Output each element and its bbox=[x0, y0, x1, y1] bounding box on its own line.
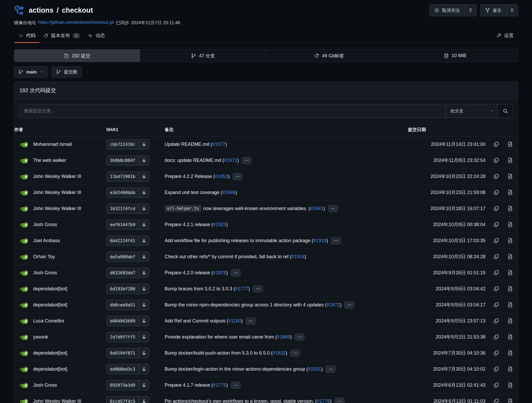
issue-link[interactable]: #1869 bbox=[277, 334, 290, 340]
commit-sha-badge[interactable]: 3b9b8c884f bbox=[106, 155, 149, 166]
watchers-count[interactable]: 2 bbox=[464, 4, 476, 16]
issue-link[interactable]: #1832 bbox=[272, 350, 286, 356]
expand-commit-button[interactable] bbox=[335, 398, 344, 403]
copy-sha-button[interactable] bbox=[493, 382, 499, 388]
commit-author[interactable]: Orhan Toy bbox=[33, 254, 55, 260]
browse-source-button[interactable] bbox=[507, 221, 513, 228]
browse-source-button[interactable] bbox=[507, 302, 513, 308]
branch-selector[interactable]: main bbox=[14, 66, 48, 78]
commit-author[interactable]: Josh Gross bbox=[33, 222, 57, 227]
copy-sha-button[interactable] bbox=[493, 302, 499, 308]
copy-sha-button[interactable] bbox=[493, 189, 499, 196]
browse-source-button[interactable] bbox=[507, 189, 513, 196]
expand-commit-button[interactable] bbox=[326, 366, 336, 373]
stat-size[interactable]: 10 MiB bbox=[392, 49, 518, 62]
commit-graph-button[interactable]: 提交图 bbox=[52, 66, 82, 78]
commit-author[interactable]: The web walker bbox=[33, 158, 66, 163]
expand-commit-button[interactable] bbox=[231, 382, 241, 389]
commit-author[interactable]: Josh Gross bbox=[33, 270, 57, 276]
browse-source-button[interactable] bbox=[507, 382, 513, 388]
commit-sha-badge[interactable]: de5a000abf bbox=[106, 251, 149, 262]
commit-author[interactable]: yasonk bbox=[33, 334, 48, 340]
issue-link[interactable]: #1777 bbox=[235, 286, 248, 292]
commit-sha-badge[interactable]: 6b42224f41 bbox=[106, 235, 149, 246]
copy-sha-button[interactable] bbox=[493, 253, 499, 260]
commit-sha-badge[interactable]: cbb722410c bbox=[106, 139, 149, 150]
repo-name-link[interactable]: checkout bbox=[62, 6, 93, 14]
commit-sha-badge[interactable]: 692973e3d9 bbox=[106, 380, 149, 391]
mirror-url-link[interactable]: https://github.com/actions/checkout.git bbox=[38, 20, 114, 26]
copy-sha-button[interactable] bbox=[493, 173, 499, 180]
forks-count[interactable]: 0 bbox=[506, 4, 518, 16]
commit-author[interactable]: John Wesley Walker III bbox=[33, 206, 81, 211]
copy-sha-button[interactable] bbox=[493, 366, 499, 372]
issue-link[interactable]: #1775 bbox=[213, 382, 226, 388]
expand-commit-button[interactable] bbox=[246, 317, 256, 325]
issue-link[interactable]: #1953 bbox=[215, 174, 228, 179]
commit-author[interactable]: Luca Comellini bbox=[33, 318, 64, 324]
copy-sha-button[interactable] bbox=[493, 157, 499, 163]
tab-activity[interactable]: 动态 bbox=[84, 29, 109, 43]
commit-author[interactable]: John Wesley Walker III bbox=[33, 174, 81, 179]
issue-link[interactable]: #1919 bbox=[313, 238, 326, 243]
commit-sha-badge[interactable]: 6ccd57f4c5 bbox=[106, 396, 149, 403]
commit-sha-badge[interactable]: d632683dd7 bbox=[106, 267, 149, 278]
browse-source-button[interactable] bbox=[507, 253, 513, 260]
copy-sha-button[interactable] bbox=[493, 221, 499, 228]
commit-sha-badge[interactable]: eef61447b9 bbox=[106, 219, 149, 230]
commit-author[interactable]: dependabot[bot] bbox=[33, 286, 67, 292]
commit-sha-badge[interactable]: b684943689 bbox=[106, 316, 149, 326]
tab-code[interactable]: 代码 bbox=[14, 29, 39, 43]
commit-sha-badge[interactable]: 6d193bf280 bbox=[106, 283, 149, 294]
issue-link[interactable]: #1776 bbox=[317, 399, 330, 403]
copy-sha-button[interactable] bbox=[493, 398, 499, 403]
search-button[interactable] bbox=[498, 104, 513, 118]
issue-link[interactable]: #1180 bbox=[228, 318, 241, 324]
browse-source-button[interactable] bbox=[507, 157, 513, 163]
copy-sha-button[interactable] bbox=[493, 141, 499, 147]
commit-author[interactable]: Mohammad Ismail bbox=[33, 142, 72, 147]
browse-source-button[interactable] bbox=[507, 141, 513, 147]
copy-sha-button[interactable] bbox=[493, 205, 499, 212]
issue-link[interactable]: #1924 bbox=[291, 254, 305, 260]
commit-author[interactable]: Joel Ambass bbox=[33, 238, 60, 243]
commit-sha-badge[interactable]: 9a9194f871 bbox=[106, 348, 149, 359]
issue-link[interactable]: #1971 bbox=[224, 158, 237, 163]
commit-author[interactable]: dependabot[bot] bbox=[33, 302, 67, 308]
browse-source-button[interactable] bbox=[507, 334, 513, 340]
issue-link[interactable]: #1872 bbox=[327, 302, 340, 308]
expand-commit-button[interactable] bbox=[232, 173, 242, 180]
repo-owner-link[interactable]: actions bbox=[29, 6, 54, 14]
commit-author[interactable]: dependabot[bot] bbox=[33, 366, 67, 372]
unwatch-button[interactable]: 取消关注 2 bbox=[429, 4, 476, 16]
browse-source-button[interactable] bbox=[507, 286, 513, 292]
browse-source-button[interactable] bbox=[507, 237, 513, 244]
stat-tags[interactable]: 49 Git标签 bbox=[266, 49, 392, 62]
search-input[interactable] bbox=[19, 104, 445, 118]
browse-source-button[interactable] bbox=[507, 366, 513, 372]
issue-link[interactable]: #1925 bbox=[213, 222, 226, 227]
commit-sha-badge[interactable]: dd960bd3c3 bbox=[106, 364, 149, 375]
copy-sha-button[interactable] bbox=[493, 286, 499, 292]
commit-author[interactable]: John Wesley Walker III bbox=[33, 399, 81, 403]
browse-source-button[interactable] bbox=[507, 205, 513, 212]
issue-link[interactable]: #1831 bbox=[308, 366, 321, 372]
copy-sha-button[interactable] bbox=[493, 237, 499, 244]
fork-button[interactable]: 派生 0 bbox=[480, 4, 518, 16]
issue-link[interactable]: #1941 bbox=[310, 206, 323, 211]
commit-author[interactable]: Josh Gross bbox=[33, 382, 57, 388]
commit-author[interactable]: dependabot[bot] bbox=[33, 350, 67, 356]
expand-commit-button[interactable] bbox=[331, 237, 341, 244]
expand-commit-button[interactable] bbox=[290, 350, 300, 357]
browse-source-button[interactable] bbox=[507, 350, 513, 356]
expand-commit-button[interactable] bbox=[242, 157, 252, 164]
copy-sha-button[interactable] bbox=[493, 318, 499, 324]
tab-settings[interactable]: 设置 bbox=[493, 29, 518, 43]
expand-commit-button[interactable] bbox=[344, 301, 354, 309]
stat-commits[interactable]: 192 提交 bbox=[14, 49, 140, 62]
expand-commit-button[interactable] bbox=[231, 269, 241, 276]
copy-sha-button[interactable] bbox=[493, 334, 499, 340]
expand-commit-button[interactable] bbox=[295, 334, 305, 341]
expand-commit-button[interactable] bbox=[253, 285, 263, 292]
commit-sha-badge[interactable]: e3d2460bbb bbox=[106, 187, 149, 198]
